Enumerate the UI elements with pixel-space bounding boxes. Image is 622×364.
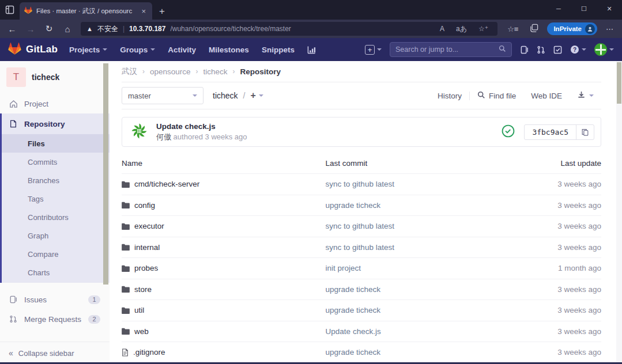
commit-author-identicon[interactable] [129, 120, 150, 143]
commit-message-link[interactable]: Update check.js [326, 327, 381, 336]
commit-message-link[interactable]: upgrade ticheck [326, 348, 380, 357]
download-button[interactable] [570, 90, 601, 101]
sidebar-scrollbar[interactable] [103, 63, 108, 285]
breadcrumb-project[interactable]: ticheck [203, 67, 228, 76]
pipeline-status-icon[interactable] [502, 124, 515, 139]
tab-actions-icon[interactable] [0, 0, 20, 20]
collections-icon[interactable] [525, 24, 544, 34]
main-content: 武汉 › opensource › ticheck › Repository m… [110, 61, 622, 364]
table-row[interactable]: configupgrade ticheck3 weeks ago [122, 195, 601, 216]
gitlab-logo[interactable]: GitLab [8, 42, 58, 57]
sidebar-item-files[interactable]: Files [2, 134, 110, 153]
last-commit-panel: Update check.js 何傲 authored 3 weeks ago … [122, 117, 601, 147]
collapse-sidebar-button[interactable]: « Collapse sidebar [0, 342, 110, 364]
translate-icon[interactable]: aあ [453, 24, 470, 34]
close-icon[interactable]: ✕ [597, 0, 622, 17]
file-name-link[interactable]: .gitignore [133, 348, 165, 357]
breadcrumb-subgroup[interactable]: opensource [150, 67, 191, 76]
file-name-link[interactable]: store [134, 285, 152, 294]
find-file-button[interactable]: Find file [470, 91, 523, 101]
file-name-link[interactable]: config [134, 201, 155, 210]
new-tab-button[interactable]: + [152, 6, 172, 20]
refresh-icon[interactable]: ↻ [40, 21, 58, 36]
sidebar-item-tags[interactable]: Tags [2, 189, 110, 208]
file-name-link[interactable]: util [134, 306, 144, 314]
nav-snippets[interactable]: Snippets [262, 46, 295, 54]
commit-author-link[interactable]: 何傲 [156, 132, 171, 141]
page-scrollbar-thumb[interactable] [617, 62, 621, 104]
user-menu[interactable] [594, 43, 614, 56]
table-row[interactable]: utilupgrade ticheck3 weeks ago [122, 299, 601, 321]
file-name-link[interactable]: internal [134, 243, 160, 252]
table-row[interactable]: probesinit project1 month ago [122, 257, 601, 279]
add-file-button[interactable]: + [250, 90, 263, 101]
breadcrumb-separator: › [142, 67, 145, 75]
tab-close-icon[interactable]: × [140, 7, 148, 16]
commit-message-link[interactable]: sync to github latest [326, 222, 394, 230]
security-label[interactable]: 不安全 [97, 24, 118, 34]
new-menu-button[interactable]: + [365, 45, 382, 55]
commit-message-link[interactable]: init project [326, 264, 361, 272]
file-name-link[interactable]: executor [134, 222, 164, 230]
last-update-cell: 3 weeks ago [515, 348, 601, 357]
merge-requests-icon[interactable] [537, 46, 545, 54]
sidebar-item-contributors[interactable]: Contributors [2, 208, 110, 226]
commit-message-link[interactable]: sync to github latest [326, 180, 394, 188]
global-search[interactable] [390, 42, 512, 57]
sidebar-item-repository[interactable]: Repository [2, 113, 110, 134]
search-input[interactable] [395, 46, 499, 54]
table-row[interactable]: storeupgrade ticheck3 weeks ago [122, 279, 601, 300]
back-icon[interactable]: ← [3, 21, 21, 36]
help-menu[interactable]: ? [570, 45, 586, 54]
sidebar-item-project[interactable]: Project [0, 94, 110, 113]
sidebar-item-issues[interactable]: Issues 1 [0, 290, 110, 309]
history-button[interactable]: History [430, 92, 470, 100]
address-bar[interactable]: ▲ 不安全 | 10.3.70.187/wuhan/opensource/tic… [81, 22, 497, 36]
page-scrollbar[interactable] [616, 61, 622, 364]
minimize-icon[interactable]: ─ [546, 0, 571, 17]
file-name-link[interactable]: probes [134, 264, 158, 272]
nav-milestones[interactable]: Milestones [209, 46, 249, 54]
sidebar-item-commits[interactable]: Commits [2, 153, 110, 171]
commit-message-link[interactable]: upgrade ticheck [326, 285, 380, 294]
sidebar-item-merge-requests[interactable]: Merge Requests 2 [0, 309, 110, 329]
settings-more-icon[interactable]: ⋯ [601, 25, 619, 33]
browser-tab-strip: Files · master · 武汉 / opensourc × + ─ ☐ … [0, 0, 622, 20]
breadcrumb-group[interactable]: 武汉 [122, 66, 137, 77]
sidebar-item-branches[interactable]: Branches [2, 171, 110, 189]
project-path-link[interactable]: ticheck [213, 91, 238, 100]
sidebar-item-charts[interactable]: Charts [2, 263, 110, 282]
copy-sha-button[interactable] [576, 125, 594, 139]
file-name-link[interactable]: cmd/ticheck-server [134, 180, 199, 188]
branch-selector[interactable]: master [122, 87, 203, 104]
file-name-link[interactable]: web [134, 327, 149, 336]
table-row[interactable]: executorsync to github latest3 weeks ago [122, 215, 601, 237]
todos-icon[interactable] [553, 46, 562, 54]
nav-groups[interactable]: Groups [120, 46, 155, 54]
commit-title-link[interactable]: Update check.js [156, 122, 247, 131]
table-row[interactable]: cmd/ticheck-serversync to github latest3… [122, 173, 601, 195]
analytics-chart-icon[interactable] [307, 46, 316, 54]
nav-projects[interactable]: Projects [69, 46, 107, 54]
read-aloud-icon[interactable]: A [436, 25, 448, 33]
table-row[interactable]: internalsync to github latest3 weeks ago [122, 237, 601, 258]
add-favorite-icon[interactable]: ☆⁺ [475, 25, 492, 33]
commit-message-link[interactable]: upgrade ticheck [326, 306, 380, 314]
maximize-icon[interactable]: ☐ [571, 0, 597, 17]
commit-message-link[interactable]: upgrade ticheck [326, 201, 380, 210]
inprivate-badge[interactable]: InPrivate [547, 22, 597, 35]
nav-activity[interactable]: Activity [168, 46, 196, 54]
sidebar-item-graph[interactable]: Graph [2, 226, 110, 245]
project-header[interactable]: T ticheck [0, 61, 110, 94]
home-icon[interactable]: ⌂ [59, 21, 76, 36]
web-ide-button[interactable]: Web IDE [523, 92, 570, 100]
table-row[interactable]: .gitignoreupgrade ticheck3 weeks ago [122, 342, 601, 363]
plus-icon: + [365, 45, 375, 55]
table-row[interactable]: webUpdate check.js3 weeks ago [122, 321, 601, 342]
commit-message-link[interactable]: sync to github latest [326, 243, 394, 252]
issues-icon[interactable] [520, 46, 529, 54]
favorites-icon[interactable]: ☆≡ [502, 25, 523, 33]
browser-tab[interactable]: Files · master · 武汉 / opensourc × [20, 2, 152, 20]
forward-icon[interactable]: → [22, 21, 39, 36]
sidebar-item-compare[interactable]: Compare [2, 245, 110, 263]
